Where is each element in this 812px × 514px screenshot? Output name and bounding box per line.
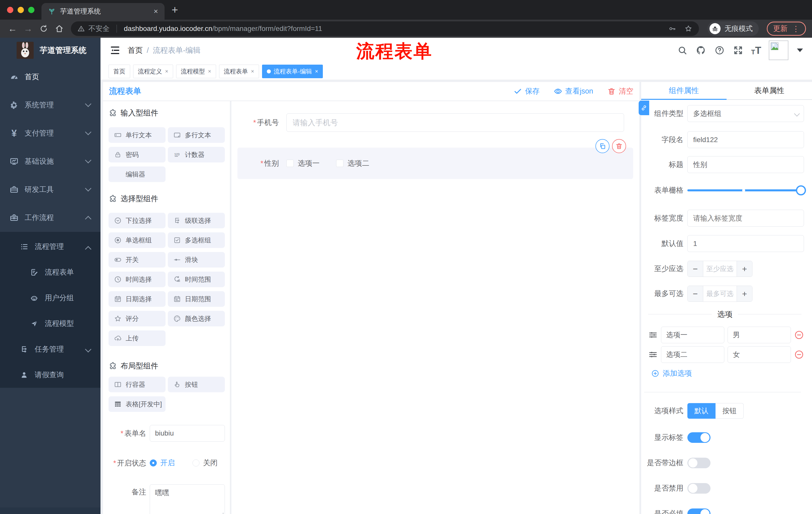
- view-json-button[interactable]: 查看json: [554, 86, 593, 96]
- sidebar-item-process-model[interactable]: 流程模型: [0, 311, 100, 336]
- remove-option-icon[interactable]: [794, 329, 804, 341]
- url-text[interactable]: dashboard.yudao.iocoder.cn/bpm/manager/f…: [124, 25, 322, 33]
- sidebar-item-user-groups[interactable]: 用户分组: [0, 285, 100, 311]
- close-window-button[interactable]: [7, 7, 13, 13]
- sidebar-item-workflow[interactable]: 工作流程: [0, 204, 100, 232]
- component-time-picker[interactable]: 时间选择: [109, 272, 166, 287]
- component-editor[interactable]: 编辑器: [109, 166, 166, 182]
- sidebar-fold-icon[interactable]: [110, 45, 121, 56]
- component-date-picker[interactable]: 日期选择: [109, 291, 166, 307]
- app-logo-row[interactable]: 芋道管理系统: [0, 38, 100, 63]
- component-color-picker[interactable]: 颜色选择: [168, 311, 225, 326]
- remove-option-icon[interactable]: [794, 349, 804, 360]
- sidebar-item-payment[interactable]: ¥ 支付管理: [0, 119, 100, 147]
- clear-button[interactable]: 清空: [607, 86, 633, 96]
- option-1-label-input[interactable]: [661, 327, 724, 343]
- minimize-window-button[interactable]: [18, 7, 24, 13]
- url-bar[interactable]: 不安全 dashboard.yudao.iocoder.cn/bpm/manag…: [71, 21, 699, 36]
- help-icon[interactable]: [714, 45, 725, 56]
- component-switch[interactable]: 开关: [109, 252, 166, 268]
- gender-option-2-checkbox[interactable]: 选项二: [336, 158, 369, 168]
- tag-process-form-edit[interactable]: 流程表单-编辑×: [262, 64, 323, 78]
- zoom-window-button[interactable]: [28, 7, 34, 13]
- component-row-container[interactable]: 行容器: [109, 377, 166, 392]
- tag-process-form[interactable]: 流程表单×: [219, 64, 259, 78]
- form-canvas[interactable]: *手机号 *性别 选项一 选项二: [231, 101, 639, 514]
- style-button-button[interactable]: 按钮: [716, 403, 744, 419]
- max-select-input[interactable]: 最多可选: [703, 286, 736, 301]
- form-name-input[interactable]: [150, 425, 225, 441]
- canvas-field-phone[interactable]: *手机号: [231, 113, 639, 132]
- breadcrumb-home[interactable]: 首页: [127, 45, 143, 56]
- tag-process-model[interactable]: 流程模型×: [176, 64, 216, 78]
- grid-slider[interactable]: [687, 185, 804, 195]
- sidebar-item-process-management[interactable]: 流程管理: [0, 234, 100, 260]
- status-off-radio[interactable]: 关闭: [193, 458, 218, 468]
- forward-icon[interactable]: →: [22, 22, 35, 35]
- save-button[interactable]: 保存: [514, 86, 540, 96]
- sidebar-item-home[interactable]: 首页: [0, 63, 100, 91]
- component-multiline-text[interactable]: 多行文本: [168, 127, 225, 143]
- component-type-select[interactable]: [687, 105, 804, 122]
- decrease-button[interactable]: −: [688, 286, 703, 301]
- status-on-radio[interactable]: 开启: [150, 458, 175, 468]
- duplicate-component-button[interactable]: [596, 139, 609, 153]
- new-tab-button[interactable]: +: [172, 3, 178, 16]
- show-label-toggle[interactable]: [687, 432, 710, 443]
- option-1-value-input[interactable]: [728, 327, 791, 343]
- tag-home[interactable]: 首页: [109, 64, 130, 78]
- component-radio-group[interactable]: 单选框组: [109, 232, 166, 248]
- min-select-input[interactable]: 至少应选: [703, 261, 736, 277]
- border-toggle[interactable]: [687, 458, 710, 468]
- bookmark-star-icon[interactable]: [685, 25, 692, 33]
- component-counter[interactable]: 123 计数器: [168, 147, 225, 162]
- sidebar-item-process-form[interactable]: 流程表单: [0, 260, 100, 285]
- component-select[interactable]: 下拉选择: [109, 213, 166, 228]
- increase-button[interactable]: +: [736, 261, 752, 277]
- close-icon[interactable]: ×: [208, 68, 211, 75]
- component-button[interactable]: 按钮: [168, 377, 225, 392]
- default-value-input[interactable]: [687, 235, 804, 252]
- avatar-caret-icon[interactable]: [797, 49, 803, 52]
- drag-handle-icon[interactable]: [648, 350, 658, 359]
- font-size-icon[interactable]: TT: [751, 45, 761, 55]
- search-icon[interactable]: [677, 45, 688, 56]
- disabled-toggle[interactable]: [687, 483, 710, 494]
- avatar[interactable]: [769, 40, 788, 60]
- browser-update-button[interactable]: 更新 ⋮: [767, 22, 806, 36]
- component-cascader[interactable]: 级联选择: [168, 213, 225, 228]
- component-single-line-text[interactable]: 单行文本: [109, 127, 166, 143]
- delete-component-button[interactable]: [612, 139, 626, 153]
- option-2-value-input[interactable]: [728, 346, 791, 363]
- link-drawer-tab[interactable]: [639, 101, 649, 115]
- close-icon[interactable]: ×: [251, 68, 254, 75]
- sidebar-item-system[interactable]: 系统管理: [0, 91, 100, 119]
- sidebar-item-devtools[interactable]: 研发工具: [0, 175, 100, 204]
- tab-form-props[interactable]: 表单属性: [727, 82, 812, 99]
- field-name-input[interactable]: [687, 131, 804, 148]
- slider-handle[interactable]: [796, 185, 806, 195]
- browser-tab[interactable]: 芋道管理系统 ×: [41, 3, 165, 20]
- tab-close-icon[interactable]: ×: [153, 7, 158, 16]
- browser-menu-dots-icon[interactable]: ⋮: [792, 24, 800, 33]
- close-icon[interactable]: ×: [315, 68, 318, 75]
- home-icon[interactable]: [53, 22, 66, 35]
- decrease-button[interactable]: −: [688, 261, 703, 277]
- component-upload[interactable]: 上传: [109, 330, 166, 346]
- component-password[interactable]: 密码: [109, 147, 166, 162]
- gender-option-1-checkbox[interactable]: 选项一: [286, 158, 320, 168]
- option-2-label-input[interactable]: [661, 346, 724, 363]
- password-key-icon[interactable]: [668, 25, 676, 33]
- canvas-field-gender-selected[interactable]: *性别 选项一 选项二: [237, 147, 633, 179]
- required-toggle[interactable]: [687, 509, 710, 514]
- github-icon[interactable]: [695, 45, 706, 56]
- label-width-input[interactable]: [687, 210, 804, 226]
- add-option-button[interactable]: 添加选项: [641, 369, 804, 378]
- drag-handle-icon[interactable]: [648, 330, 658, 340]
- form-remark-textarea[interactable]: 嘿嘿: [150, 484, 225, 514]
- sidebar-item-leave-query[interactable]: 请假查询: [0, 362, 100, 388]
- back-icon[interactable]: ←: [6, 22, 19, 35]
- sidebar-item-infrastructure[interactable]: 基础设施: [0, 147, 100, 175]
- component-date-range[interactable]: 日期范围: [168, 291, 225, 307]
- tab-component-props[interactable]: 组件属性: [641, 82, 727, 99]
